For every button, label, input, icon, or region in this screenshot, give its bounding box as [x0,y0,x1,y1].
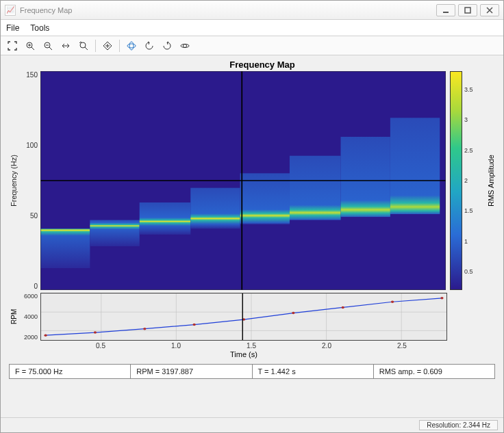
svg-rect-21 [451,72,462,289]
zoom-y-button[interactable] [76,38,91,53]
restore-view-icon [103,41,112,51]
svg-rect-10 [40,228,90,268]
ytick: 0 [34,283,38,290]
svg-rect-0 [443,12,449,13]
toolbar-separator [95,40,96,52]
go-forward-icon [162,41,172,51]
zoom-in-icon [25,41,35,51]
colorbar-tick: 2.5 [464,147,473,154]
yticks-main: 150 100 50 0 [20,71,40,290]
svg-point-30 [44,334,47,336]
restore-view-button[interactable] [100,38,115,53]
ytick: 4000 [24,313,38,320]
minimize-button[interactable] [436,4,455,16]
colorbar-tick: 0.5 [464,268,473,275]
zoom-out-button[interactable] [40,38,55,53]
maximize-button[interactable] [458,4,477,16]
ytick: 50 [30,212,38,220]
resolution-readout: Resolution: 2.344 Hz [419,420,498,430]
zoom-x-button[interactable] [58,38,73,53]
svg-rect-15 [290,156,341,220]
xtick: 0.5 [96,342,105,350]
ytick: 100 [26,142,38,149]
colorbar-tick: 1 [464,238,468,245]
go-back-icon [144,41,154,51]
svg-point-35 [292,312,294,314]
menu-file[interactable]: File [6,23,19,33]
colorbar [450,71,462,290]
app-window: 📈 Frequency Map File Tools Frequency Map [0,0,504,433]
titlebar: 📈 Frequency Map [1,1,503,20]
svg-rect-11 [90,220,139,246]
svg-point-7 [181,44,189,47]
status-time: T = 1.442 s [253,365,374,378]
rpm-svg [41,293,446,340]
status-frequency: F = 75.000 Hz [10,365,131,378]
xticks-row: 0.51.01.52.02.5 [40,341,496,350]
matlab-icon: 📈 [5,5,16,16]
status-rms: RMS amp. = 0.609 [374,365,494,378]
rpm-axes[interactable] [40,293,447,341]
svg-point-36 [342,306,344,309]
heatmap-svg [40,71,446,290]
colorbar-label: RMS Amplitude [486,71,496,290]
xtick: 2.5 [397,342,407,350]
svg-point-6 [129,42,134,50]
svg-rect-16 [341,137,390,217]
svg-point-31 [94,331,97,333]
svg-rect-17 [390,118,440,214]
status-rpm: RPM = 3197.887 [131,365,252,378]
svg-rect-1 [465,8,470,13]
colorbar-ticks: 3.532.521.510.5 [462,71,476,290]
rotate3d-icon [127,41,136,51]
rpm-plot-row: RPM 6000 4000 2000 [8,293,496,341]
zoom-out-icon [43,41,53,51]
colorbar-tick: 2 [464,177,468,184]
fit-view-icon [8,41,17,51]
xtick: 2.0 [322,342,331,350]
go-forward-button[interactable] [160,38,175,53]
ytick: 6000 [24,293,38,300]
ytick: 150 [26,71,38,79]
minimize-icon [442,7,449,14]
window-title: Frequency Map [20,6,433,14]
figure-area: Frequency Map Frequency (Hz) 150 100 50 … [1,55,503,417]
xtick: 1.0 [171,342,181,350]
toolbar-separator [119,40,120,52]
ylabel-rpm: RPM [8,293,20,341]
rotate3d-button[interactable] [124,38,139,53]
svg-point-37 [391,300,394,302]
go-back-button[interactable] [142,38,157,53]
yticks-rpm: 6000 4000 2000 [20,293,40,341]
heatmap-axes[interactable] [40,71,446,290]
zoom-x-icon [61,41,71,51]
zoom-in-button[interactable] [23,38,38,53]
svg-point-33 [193,324,196,326]
colorbar-wrap: 3.532.521.510.5 [450,71,484,290]
ytick: 2000 [24,334,38,341]
colorbar-tick: 1.5 [464,207,473,214]
xlabel: Time (s) [40,350,496,358]
main-plot-row: Frequency (Hz) 150 100 50 0 [8,71,496,290]
footer: Resolution: 2.344 Hz [1,417,503,432]
plot-title: Frequency Map [28,60,496,70]
zoom-y-icon [79,41,88,51]
svg-point-8 [184,44,187,47]
close-button[interactable] [480,4,499,16]
svg-point-5 [127,44,136,48]
xtick: 1.5 [247,342,256,350]
status-table: F = 75.000 Hz RPM = 3197.887 T = 1.442 s… [9,364,495,379]
svg-point-38 [440,297,443,299]
xticks: 0.51.01.52.02.5 [40,341,447,350]
close-icon [486,7,493,14]
link-icon [180,41,190,51]
ylabel-frequency: Frequency (Hz) [8,71,20,290]
colorbar-tick: 3 [464,116,468,123]
colorbar-tick: 3.5 [464,86,473,93]
svg-point-32 [143,328,146,330]
fit-view-button[interactable] [5,38,20,53]
toolbar [1,36,503,55]
maximize-icon [464,7,471,14]
link-axes-button[interactable] [177,38,192,53]
menu-tools[interactable]: Tools [30,23,49,33]
